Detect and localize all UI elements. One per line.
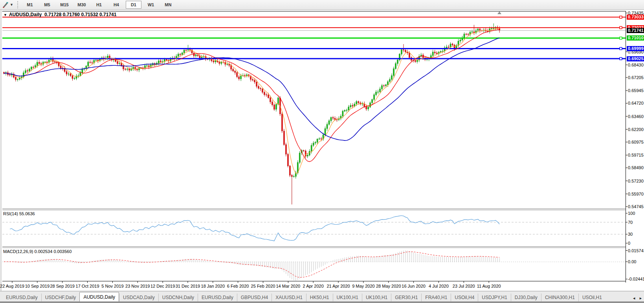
macd-tick-label: -0.024412 bbox=[628, 277, 644, 281]
date-tick-label: 9 May 2020 bbox=[352, 284, 374, 288]
chart-tab-usdjpy-h1[interactable]: USDJPY,H1 bbox=[478, 294, 510, 301]
chart-tab-xauusd-h1[interactable]: XAUUSD,H1 bbox=[272, 294, 306, 301]
chart-tab-usoil-h1[interactable]: USOil,H1 bbox=[578, 294, 605, 301]
chart-tab-hk50-h1[interactable]: HK50,H1 bbox=[306, 294, 333, 301]
chart-tab-usdcad-daily[interactable]: USDCAD,Daily bbox=[119, 294, 158, 301]
rsi-tick-label: 100 bbox=[628, 211, 635, 216]
hline-handle[interactable] bbox=[620, 47, 622, 50]
macd-panel-label: MACD(12,26,9) 0.002534 0.003560 bbox=[3, 249, 72, 254]
hline-handle[interactable] bbox=[620, 26, 622, 29]
chart-ohlc-values: 0.71728 0.71760 0.71532 0.71741 bbox=[44, 12, 117, 17]
date-tick-label: 23 Jul 2020 bbox=[453, 284, 475, 288]
price-tick-label: 0.55970 bbox=[628, 192, 644, 196]
price-tick-label: 0.60975 bbox=[628, 140, 644, 144]
price-tick-label: 0.58490 bbox=[628, 165, 644, 170]
chart-tab-ger30-h1[interactable]: GER30,H1 bbox=[391, 294, 421, 301]
status-bar-edge bbox=[0, 301, 644, 303]
date-tick-label: 21 Apr 2020 bbox=[327, 284, 350, 288]
date-tick-label: 11 Aug 2020 bbox=[477, 284, 501, 288]
date-tick-label: 18 Jan 2020 bbox=[201, 284, 225, 288]
symbol-dropdown-icon[interactable]: ▼ bbox=[4, 13, 7, 17]
chart-tab-usdcnh-daily[interactable]: USDCNH,Daily bbox=[158, 294, 198, 301]
chart-tab-fra40-h1[interactable]: FRA40,H1 bbox=[421, 294, 451, 301]
price-tick-label: 0.67205 bbox=[628, 75, 644, 80]
rsi-tick-label: 30 bbox=[628, 232, 633, 236]
chart-tab-china300-h1[interactable]: CHINA300,H1 bbox=[541, 294, 578, 301]
price-level-tag: 0.71010 bbox=[627, 35, 644, 41]
rsi-tick-label: 70 bbox=[628, 220, 633, 225]
date-tick-label: 25 Feb 2020 bbox=[251, 284, 275, 288]
chart-title: AUDUSD,Daily bbox=[9, 12, 42, 17]
price-tick-label: 0.65945 bbox=[628, 88, 644, 93]
date-tick-label: 12 Dec 2019 bbox=[150, 284, 175, 288]
date-tick-label: 28 Sep 2019 bbox=[50, 284, 74, 288]
price-level-tag: 0.69025 bbox=[627, 56, 644, 61]
hline-handle[interactable] bbox=[620, 57, 622, 60]
date-tick-label: 14 Mar 2020 bbox=[276, 284, 300, 288]
tab-scroll-left-icon[interactable]: ◄ bbox=[632, 296, 636, 300]
chart-canvas[interactable] bbox=[0, 0, 644, 303]
chart-tab-eurusd-daily[interactable]: EURUSD,Daily bbox=[2, 294, 41, 301]
chart-tab-uk100-h1[interactable]: UK100,H1 bbox=[333, 294, 362, 301]
date-tick-label: 4 Jul 2020 bbox=[429, 284, 449, 288]
price-tick-label: 0.57230 bbox=[628, 179, 644, 183]
terminal-window: ▼ M1M5M15M30H1H4D1W1MN ▼AUDUSD,Daily 0.7… bbox=[0, 0, 644, 303]
price-tick-label: 0.54745 bbox=[628, 204, 644, 209]
chart-tab-eurusd-daily[interactable]: EURUSD,Daily bbox=[198, 294, 237, 301]
date-tick-label: 10 Sep 2019 bbox=[25, 284, 50, 288]
chart-tab-usoil-h4[interactable]: USOil,H4 bbox=[451, 294, 478, 301]
rsi-panel-label: RSI(14) 55.0636 bbox=[3, 211, 35, 216]
price-tick-label: 0.59715 bbox=[628, 153, 644, 157]
date-tick-label: 22 Aug 2019 bbox=[0, 284, 24, 288]
hline-handle[interactable] bbox=[620, 16, 622, 18]
macd-tick-label: 0.015741 bbox=[628, 248, 644, 253]
price-level-tag: 0.69999 bbox=[627, 46, 644, 51]
date-tick-label: 23 Nov 2019 bbox=[125, 284, 150, 288]
chart-title-row: ▼AUDUSD,Daily 0.71728 0.71760 0.71532 0.… bbox=[4, 12, 116, 17]
date-tick-label: 6 Feb 2020 bbox=[227, 284, 249, 288]
price-level-tag: 0.73033 bbox=[627, 15, 644, 20]
chart-tab-uk100-h1[interactable]: UK100,H1 bbox=[362, 294, 391, 301]
chart-tab-bar: EURUSD,DailyUSDCHF,DailyAUDUSD,DailyUSDC… bbox=[0, 291, 644, 302]
price-tick-label: 0.68430 bbox=[628, 63, 644, 67]
price-tick-label: 0.62200 bbox=[628, 127, 644, 132]
chart-tab-gbpusd-h4[interactable]: GBPUSD,H4 bbox=[237, 294, 272, 301]
chart-tab-dj30-daily[interactable]: DJ30,Daily bbox=[511, 294, 541, 301]
price-tick-label: 0.63460 bbox=[628, 114, 644, 119]
chart-tab-usdchf-daily[interactable]: USDCHF,Daily bbox=[41, 294, 80, 301]
date-tick-label: 2 Apr 2020 bbox=[303, 284, 324, 288]
tab-scroll-right-icon[interactable]: ► bbox=[639, 296, 642, 300]
hline-handle[interactable] bbox=[620, 37, 622, 39]
chart-tab-audusd-daily[interactable]: AUDUSD,Daily bbox=[79, 292, 119, 302]
macd-tick-label: 0.00 bbox=[628, 259, 636, 264]
date-tick-label: 16 Jun 2020 bbox=[402, 284, 426, 288]
date-tick-label: 5 Nov 2019 bbox=[101, 284, 123, 288]
price-level-tag: 0.71741 bbox=[627, 28, 644, 33]
rsi-tick-label: 0 bbox=[628, 241, 630, 246]
date-tick-label: 17 Oct 2019 bbox=[76, 284, 99, 288]
price-tick-label: 0.64720 bbox=[628, 101, 644, 105]
date-tick-label: 28 May 2020 bbox=[376, 284, 401, 288]
date-tick-label: 31 Dec 2019 bbox=[176, 284, 200, 288]
